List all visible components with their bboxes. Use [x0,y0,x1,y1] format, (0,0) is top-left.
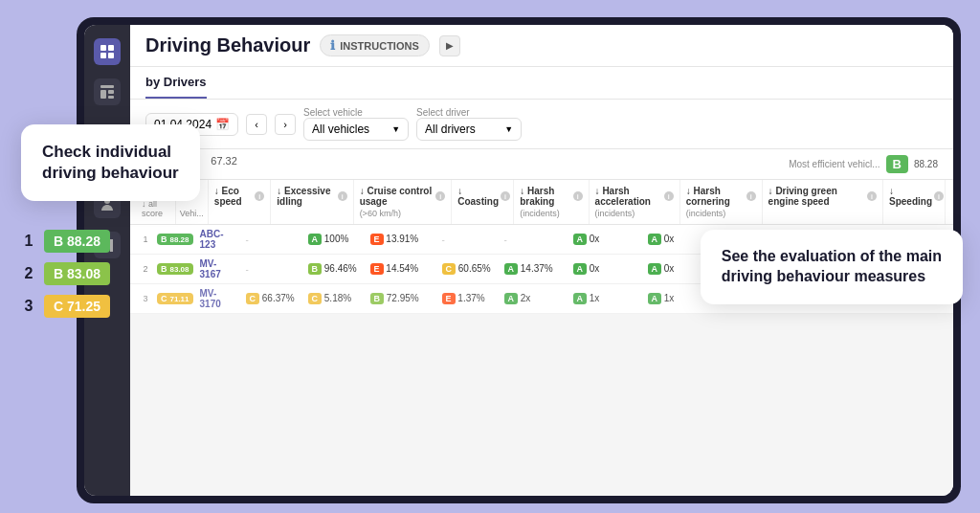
tooltip-left-title: Check individualdriving behaviour [42,142,179,184]
row2-harsh-braking: A 14.37% [499,260,568,278]
row3-vehicle: MV-3170 [197,288,240,309]
driver-filter-label: Select driver [416,107,522,118]
svg-rect-2 [100,53,106,58]
column-headers: ↓ all score Vehi... ↓ Eco speed i ↓ Exce… [130,180,953,225]
col-header-coasting: ↓ Coasting i [452,180,514,224]
row2-vehicle: MV-3167 [197,258,240,279]
row1-excessive-idling: A 100% [302,231,365,248]
row-num-3: 3 [138,294,153,303]
row3-excessive-idling: C 5.18% [302,290,365,307]
tabs-bar: by Drivers [130,67,953,100]
info-icon-harsh-braking: i [573,191,583,201]
row3-eco-speed: C 66.37% [240,290,302,307]
vehicle-link-1[interactable]: ABC-123 [200,229,224,250]
tooltip-evaluation: See the evaluation of the maindriving be… [701,230,963,304]
col-header-cruise-control: ↓ Cruise control usage i (>60 km/h) [354,180,453,224]
col-header-green-engine: ↓ Driving green engine speed i [763,180,883,224]
score-summary-row: age score 67.32 Most efficient vehicl...… [130,149,953,180]
row2-excessive-idling: B 96.46% [302,260,365,278]
vehicle-filter-label: Select vehicle [303,107,409,118]
tooltip-right-title: See the evaluation of the maindriving be… [722,247,942,287]
row2-cruise: E 14.54% [365,260,436,278]
rank-grade-1: B 88.28 [44,230,110,253]
info-icon-idling: i [338,191,347,201]
svg-rect-7 [108,96,114,99]
row-num-2: 2 [138,264,153,274]
info-icon-engine: i [867,191,877,201]
vehicle-filter-group: Select vehicle All vehicles ▼ [303,107,409,141]
row3-harsh-braking: A 2x [499,290,568,307]
rank-num-1: 1 [21,233,36,250]
most-efficient-area: Most efficient vehicl... B 88.28 [789,155,938,173]
sidebar-icon-grid[interactable] [94,38,121,65]
rank-grade-2: B 83.08 [44,262,110,285]
svg-rect-12 [110,239,113,252]
vehicle-link-3[interactable]: MV-3170 [200,288,221,309]
col-header-eco-speed: ↓ Eco speed i [209,180,271,224]
vehicle-link-2[interactable]: MV-3167 [200,258,221,279]
svg-rect-6 [108,90,114,94]
row1-harsh-braking: - [499,232,568,248]
rank-item-3: 3 C 71.25 [21,295,110,318]
avg-score-value: 67.32 [211,155,237,173]
info-icon-cornering: i [746,191,756,201]
row2-grade-badge: B 83.08 [157,263,193,275]
row3-coasting: E 1.37% [436,290,499,307]
page-header: Driving Behaviour ℹ INSTRUCTIONS ▶ [130,25,953,67]
driver-select[interactable]: All drivers ▼ [416,118,522,141]
svg-rect-3 [108,53,114,58]
row1-eco-speed: - [240,232,302,248]
svg-rect-0 [100,45,106,51]
rank-num-3: 3 [21,298,36,315]
instructions-button[interactable]: ℹ INSTRUCTIONS [320,34,430,56]
row-num-1: 1 [138,234,153,244]
info-icon-harsh-accel: i [664,191,674,201]
col-header-harsh-accel: ↓ Harsh acceleration i (incidents) [590,180,680,224]
instructions-label: INSTRUCTIONS [340,40,419,52]
svg-rect-1 [108,45,114,51]
col-header-speeding: ↓ Speeding i [883,180,946,224]
row2-harsh-accel: A 0x [568,260,642,278]
row3-harsh-accel: A 1x [568,290,642,307]
play-button[interactable]: ▶ [439,35,460,56]
svg-rect-5 [100,90,106,99]
most-efficient-grade: B [886,155,908,173]
info-icon-eco: i [255,191,264,201]
row3-cruise: B 72.95% [365,290,436,307]
chevron-down-icon-driver: ▼ [504,124,513,134]
row1-grade-badge: B 88.28 [157,234,193,245]
rankings-overlay: 1 B 88.28 2 B 83.08 3 C 71.25 [21,230,110,318]
tooltip-check-driving: Check individualdriving behaviour [21,124,200,201]
tab-by-drivers[interactable]: by Drivers [145,67,207,99]
info-icon-cruise: i [435,191,445,201]
rank-grade-3: C 71.25 [44,295,110,318]
rank-item-2: 2 B 83.08 [21,262,110,285]
row1-coasting: - [436,232,499,248]
row2-coasting: C 60.65% [436,260,499,278]
driver-placeholder: All drivers [425,123,476,136]
calendar-icon: 📅 [215,118,230,131]
vehicle-select[interactable]: All vehicles ▼ [303,118,409,141]
prev-arrow[interactable]: ‹ [246,114,267,135]
col-header-harsh-braking: ↓ Harsh braking i (incidents) [514,180,589,224]
svg-rect-4 [100,85,114,88]
col-header-excessive-idling: ↓ Excessive idling i [271,180,353,224]
row1-harsh-accel: A 0x [568,231,642,248]
driver-filter-group: Select driver All drivers ▼ [416,107,522,141]
col-header-harsh-cornering: ↓ Harsh cornering i (incidents) [680,180,763,224]
page-title: Driving Behaviour [145,34,310,56]
row1-cruise: E 13.91% [365,231,436,248]
info-icon-speeding: i [934,191,944,201]
row1-vehicle: ABC-123 [197,229,240,250]
vehicle-placeholder: All vehicles [312,123,369,136]
row3-grade-badge: C 71.11 [157,293,193,304]
row2-eco-speed: - [240,261,302,278]
next-arrow[interactable]: › [275,114,296,135]
rank-item-1: 1 B 88.28 [21,230,110,253]
filters-bar: 01.04.2024 📅 ‹ › Select vehicle All vehi… [130,100,953,149]
rank-num-2: 2 [21,265,36,282]
info-icon-coasting: i [501,191,510,201]
chevron-down-icon: ▼ [391,124,400,134]
sidebar-icon-dashboard[interactable] [94,78,121,105]
